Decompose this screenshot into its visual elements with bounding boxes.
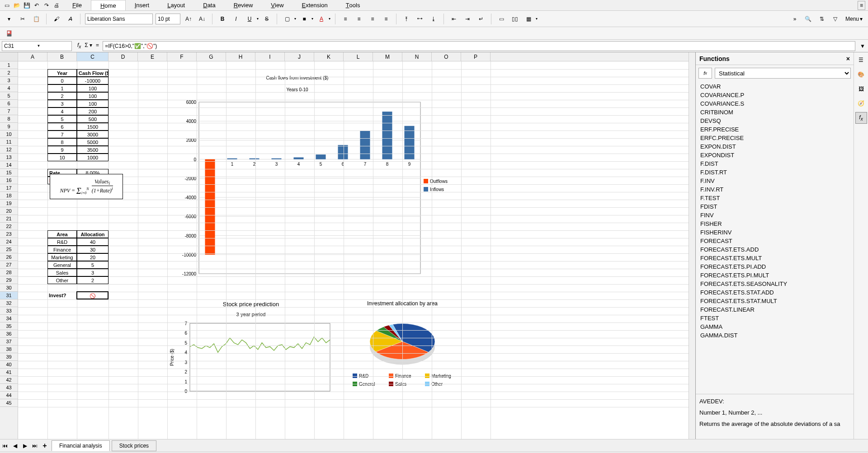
row-header[interactable]: 37 xyxy=(0,338,18,346)
close-icon[interactable]: × xyxy=(846,55,850,62)
menu-review[interactable]: Review xyxy=(225,0,262,10)
cut-icon[interactable]: ✂ xyxy=(17,14,28,24)
clear-format-icon[interactable]: A̶ xyxy=(65,14,75,24)
row-header[interactable]: 23 xyxy=(0,230,18,238)
cell[interactable]: Sales xyxy=(47,269,77,276)
row-header[interactable]: 41 xyxy=(0,369,18,376)
column-header[interactable]: C xyxy=(77,52,108,61)
print-icon[interactable]: 🖨 xyxy=(52,2,61,9)
merge-cells-icon[interactable]: ▭ xyxy=(496,14,507,24)
menu-view[interactable]: View xyxy=(262,0,292,10)
menu-file[interactable]: File xyxy=(63,0,91,10)
functions-icon[interactable]: fx xyxy=(855,112,867,124)
column-header[interactable]: J xyxy=(285,52,314,61)
cell[interactable]: Finance xyxy=(47,246,77,253)
chart-stock-line[interactable]: Stock price prediction3-year period01234… xyxy=(167,296,335,400)
menu-home[interactable]: Home xyxy=(91,0,126,10)
navigator-icon[interactable]: 🧭 xyxy=(855,98,867,109)
function-item[interactable]: FORECAST.ETS.MULT xyxy=(699,254,850,262)
column-header[interactable]: B xyxy=(47,52,77,61)
function-item[interactable]: F.INV xyxy=(699,177,850,185)
new-icon[interactable]: ▭ xyxy=(3,2,11,9)
menu-insert[interactable]: Insert xyxy=(126,0,159,10)
align-left-icon[interactable]: ≡ xyxy=(340,14,351,24)
column-header[interactable]: H xyxy=(226,52,255,61)
save-icon[interactable]: 💾 xyxy=(23,2,31,9)
row-header[interactable]: 9 xyxy=(0,123,18,131)
function-item[interactable]: ERFC.PRECISE xyxy=(699,134,850,142)
row-header[interactable]: 1 xyxy=(0,61,18,69)
column-header[interactable]: O xyxy=(432,52,461,61)
function-item[interactable]: FORECAST.ETS.STAT.ADD xyxy=(699,288,850,297)
row-header[interactable]: 42 xyxy=(0,376,18,384)
row-header[interactable]: 28 xyxy=(0,269,18,276)
open-icon[interactable]: 📂 xyxy=(13,2,21,9)
row-header[interactable]: 38 xyxy=(0,346,18,353)
row-header[interactable]: 16 xyxy=(0,177,18,184)
tab-last-icon[interactable]: ⏭ xyxy=(30,443,40,449)
row-header[interactable]: 12 xyxy=(0,146,18,154)
split-cells-icon[interactable]: ▦ xyxy=(523,14,534,24)
row-header[interactable]: 26 xyxy=(0,253,18,261)
newdoc-icon[interactable]: ▾ xyxy=(4,14,14,24)
sum-icon[interactable]: Σ ▾ xyxy=(84,42,93,49)
cell[interactable]: 3 xyxy=(47,100,77,107)
cell[interactable]: 4 xyxy=(47,107,77,115)
function-item[interactable]: GAMMA xyxy=(699,322,850,331)
increase-font-icon[interactable]: A↑ xyxy=(183,14,194,24)
row-header[interactable]: 22 xyxy=(0,223,18,230)
column-header[interactable]: I xyxy=(255,52,285,61)
menu-dropdown[interactable]: Menu ▾ xyxy=(844,16,864,22)
function-item[interactable]: EXPONDIST xyxy=(699,151,850,159)
gallery-icon[interactable]: 🖼 xyxy=(855,83,867,95)
function-list[interactable]: COVARCOVARIANCE.PCOVARIANCE.SCRITBINOMDE… xyxy=(696,81,854,394)
row-header[interactable]: 24 xyxy=(0,238,18,246)
function-item[interactable]: FORECAST.ETS.STAT.MULT xyxy=(699,297,850,305)
row-header[interactable]: 19 xyxy=(0,200,18,207)
row-header[interactable]: 10 xyxy=(0,131,18,138)
tab-next-icon[interactable]: ▶ xyxy=(20,443,30,449)
sort-asc-icon[interactable]: ⇅ xyxy=(816,14,827,24)
function-item[interactable]: FORECAST.ETS.PI.ADD xyxy=(699,262,850,271)
strikethrough-button[interactable]: S xyxy=(261,14,272,24)
cell[interactable]: 100 xyxy=(77,84,108,92)
row-header[interactable]: 31 xyxy=(0,292,18,299)
unmerge-cells-icon[interactable]: ▯▯ xyxy=(509,14,520,24)
cell[interactable]: 7 xyxy=(47,131,77,138)
cell[interactable]: 5000 xyxy=(77,138,108,146)
function-item[interactable]: FINV xyxy=(699,211,850,219)
tab-prev-icon[interactable]: ◀ xyxy=(10,443,20,449)
menu-layout[interactable]: Layout xyxy=(158,0,194,10)
cell[interactable]: 10 xyxy=(47,154,77,161)
cell[interactable]: 1000 xyxy=(77,154,108,161)
align-right-icon[interactable]: ≡ xyxy=(367,14,378,24)
row-header[interactable]: 11 xyxy=(0,138,18,146)
function-item[interactable]: F.TEST xyxy=(699,194,850,202)
cell[interactable]: 3500 xyxy=(77,146,108,154)
function-item[interactable]: FORECAST.ETS.ADD xyxy=(699,245,850,254)
function-item[interactable]: ERF.PRECISE xyxy=(699,125,850,134)
function-item[interactable]: CRITBINOM xyxy=(699,108,850,117)
function-item[interactable]: COVARIANCE.S xyxy=(699,99,850,108)
column-header[interactable]: E xyxy=(138,52,167,61)
hamburger-icon[interactable]: ≡ xyxy=(858,1,865,10)
decrease-font-icon[interactable]: A↓ xyxy=(197,14,208,24)
row-header[interactable]: 35 xyxy=(0,322,18,330)
valign-top-icon[interactable]: ⭱ xyxy=(401,14,412,24)
row-header[interactable]: 5 xyxy=(0,92,18,100)
column-header[interactable]: P xyxy=(461,52,491,61)
font-size-input[interactable] xyxy=(156,14,180,24)
copy-icon[interactable]: 📋 xyxy=(31,14,42,24)
font-name-input[interactable] xyxy=(85,14,153,24)
row-header[interactable]: 17 xyxy=(0,184,18,192)
border-button[interactable]: ▢ xyxy=(282,14,292,24)
sheet-tab[interactable]: Stock prices xyxy=(112,440,156,451)
row-header[interactable]: 13 xyxy=(0,154,18,161)
cell[interactable]: 8 xyxy=(47,138,77,146)
function-item[interactable]: COVAR xyxy=(699,82,850,91)
cell[interactable]: 3000 xyxy=(77,131,108,138)
row-header[interactable]: 45 xyxy=(0,399,18,407)
row-header[interactable]: 33 xyxy=(0,307,18,315)
row-header[interactable]: 20 xyxy=(0,207,18,215)
underline-button[interactable]: U xyxy=(244,14,255,24)
